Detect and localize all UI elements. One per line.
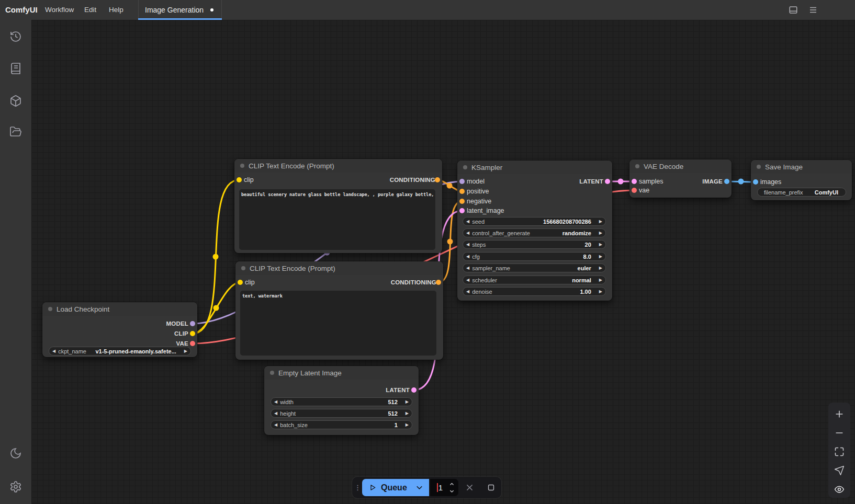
node-header[interactable]: Save Image xyxy=(751,160,852,174)
hamburger-menu-icon[interactable] xyxy=(808,5,818,15)
prev-arrow-icon[interactable]: ◀ xyxy=(466,240,469,249)
drag-handle-icon[interactable]: ⋮ xyxy=(354,485,357,490)
widget-batch-size[interactable]: ◀ batch_size 1 ▶ xyxy=(271,420,412,429)
output-dot-latent[interactable] xyxy=(411,387,417,393)
prompt-textarea[interactable]: beautiful scenery nature glass bottle la… xyxy=(239,189,435,250)
tab-image-generation[interactable]: Image Generation xyxy=(138,0,222,20)
next-arrow-icon[interactable]: ▶ xyxy=(599,217,602,226)
widget-cfg[interactable]: ◀ cfg 8.0 ▶ xyxy=(463,252,606,261)
prev-arrow-icon[interactable]: ◀ xyxy=(274,420,277,429)
next-arrow-icon[interactable]: ▶ xyxy=(599,287,602,296)
menu-workflow[interactable]: Workflow xyxy=(45,0,74,20)
node-header[interactable]: Load Checkpoint xyxy=(42,302,197,316)
prev-arrow-icon[interactable]: ◀ xyxy=(466,252,469,261)
prev-arrow-icon[interactable]: ◀ xyxy=(466,287,469,296)
input-dot-vae[interactable] xyxy=(632,188,637,193)
stepper-up-icon[interactable] xyxy=(448,480,455,487)
batch-count-stepper[interactable]: 1 xyxy=(430,479,458,496)
output-dot-vae[interactable] xyxy=(190,341,195,346)
menu-edit[interactable]: Edit xyxy=(84,0,96,20)
input-dot-clip[interactable] xyxy=(238,280,243,285)
widget-width[interactable]: ◀ width 512 ▶ xyxy=(271,397,412,406)
widget-seed[interactable]: ◀ seed 156680208700286 ▶ xyxy=(463,217,606,226)
fit-view-icon[interactable] xyxy=(834,446,845,457)
next-arrow-icon[interactable]: ▶ xyxy=(599,228,602,237)
node-empty-latent-image[interactable]: Empty Latent Image LATENT ◀ width 512 ▶ … xyxy=(264,366,419,435)
prev-arrow-icon[interactable]: ◀ xyxy=(466,276,469,284)
next-arrow-icon[interactable]: ▶ xyxy=(406,409,409,418)
input-dot-images[interactable] xyxy=(753,179,758,185)
node-ksampler[interactable]: KSampler model LATENT positive negative … xyxy=(457,161,612,301)
widget-scheduler[interactable]: ◀ scheduler normal ▶ xyxy=(463,276,606,284)
graph-canvas[interactable] xyxy=(31,20,855,504)
queue-dropdown-chevron-icon[interactable] xyxy=(415,483,424,492)
clear-queue-x-icon[interactable] xyxy=(465,483,474,492)
prev-arrow-icon[interactable]: ◀ xyxy=(466,264,469,272)
widget-control-after-generate[interactable]: ◀ control_after_generate randomize ▶ xyxy=(463,228,606,237)
prev-arrow-icon[interactable]: ◀ xyxy=(274,397,277,406)
node-save-image[interactable]: Save Image images filename_prefix ComfyU… xyxy=(751,160,852,200)
node-header[interactable]: VAE Decode xyxy=(629,159,732,173)
widget-denoise[interactable]: ◀ denoise 1.00 ▶ xyxy=(463,287,606,296)
node-vae-decode[interactable]: VAE Decode samples IMAGE vae xyxy=(629,159,732,198)
node-library-icon[interactable] xyxy=(9,95,22,107)
next-arrow-icon[interactable]: ▶ xyxy=(406,420,409,429)
queue-list-icon[interactable] xyxy=(9,62,22,75)
next-arrow-icon[interactable]: ▶ xyxy=(599,252,602,261)
collapse-dot[interactable] xyxy=(270,371,274,375)
input-dot-negative[interactable] xyxy=(459,199,465,204)
collapse-dot[interactable] xyxy=(240,164,244,168)
node-load-checkpoint[interactable]: Load Checkpoint MODEL CLIP VAE ◀ ckpt_na… xyxy=(42,302,197,357)
stop-square-icon[interactable] xyxy=(487,483,496,492)
settings-gear-icon[interactable] xyxy=(9,480,22,493)
next-arrow-icon[interactable]: ▶ xyxy=(599,240,602,249)
queue-button[interactable]: Queue xyxy=(362,479,429,496)
widget-height[interactable]: ◀ height 512 ▶ xyxy=(271,409,412,418)
widget-steps[interactable]: ◀ steps 20 ▶ xyxy=(463,240,606,249)
output-dot-latent[interactable] xyxy=(605,179,610,184)
next-arrow-icon[interactable]: ▶ xyxy=(599,276,602,284)
output-dot-clip[interactable] xyxy=(190,331,195,336)
input-dot-clip[interactable] xyxy=(237,177,242,182)
output-dot-conditioning[interactable] xyxy=(435,177,440,182)
zoom-out-icon[interactable] xyxy=(834,428,845,438)
prev-arrow-icon[interactable]: ◀ xyxy=(274,409,277,418)
next-arrow-icon[interactable]: ▶ xyxy=(406,397,409,406)
prev-arrow-icon[interactable]: ◀ xyxy=(466,217,469,226)
output-dot-image[interactable] xyxy=(724,179,729,184)
zoom-in-icon[interactable] xyxy=(834,409,845,419)
widget-ckpt-name[interactable]: ◀ ckpt_name v1-5-pruned-emaonly.safete..… xyxy=(49,347,191,356)
collapse-dot[interactable] xyxy=(635,164,639,168)
node-clip-encode-positive[interactable]: CLIP Text Encode (Prompt) clip CONDITION… xyxy=(234,159,442,253)
node-clip-encode-negative[interactable]: CLIP Text Encode (Prompt) clip CONDITION… xyxy=(235,261,443,360)
output-dot-conditioning[interactable] xyxy=(436,280,441,285)
collapse-dot[interactable] xyxy=(241,266,245,270)
prev-arrow-icon[interactable]: ◀ xyxy=(52,347,55,356)
panel-bottom-icon[interactable] xyxy=(789,5,798,15)
toggle-links-eye-icon[interactable] xyxy=(834,484,845,495)
next-arrow-icon[interactable]: ▶ xyxy=(599,264,602,272)
input-dot-positive[interactable] xyxy=(459,189,465,194)
node-header[interactable]: CLIP Text Encode (Prompt) xyxy=(234,159,442,173)
collapse-dot[interactable] xyxy=(757,165,761,169)
input-dot-model[interactable] xyxy=(459,179,465,184)
stepper-down-icon[interactable] xyxy=(448,488,455,495)
collapse-dot[interactable] xyxy=(48,307,52,311)
select-mode-icon[interactable] xyxy=(834,465,845,476)
node-header[interactable]: KSampler xyxy=(457,161,612,174)
workflows-folder-icon[interactable] xyxy=(9,125,22,138)
prev-arrow-icon[interactable]: ◀ xyxy=(466,228,469,237)
collapse-dot[interactable] xyxy=(463,165,467,169)
input-dot-latent-image[interactable] xyxy=(459,208,465,213)
prompt-textarea[interactable]: text, watermark xyxy=(240,291,436,356)
history-icon[interactable] xyxy=(9,30,22,43)
widget-filename-prefix[interactable]: filename_prefix ComfyUI xyxy=(757,188,846,197)
theme-moon-icon[interactable] xyxy=(9,447,22,460)
node-header[interactable]: CLIP Text Encode (Prompt) xyxy=(235,261,443,275)
widget-sampler-name[interactable]: ◀ sampler_name euler ▶ xyxy=(463,264,606,272)
input-dot-samples[interactable] xyxy=(632,179,637,184)
menu-help[interactable]: Help xyxy=(109,0,123,20)
node-header[interactable]: Empty Latent Image xyxy=(264,366,419,380)
next-arrow-icon[interactable]: ▶ xyxy=(184,347,187,356)
output-dot-model[interactable] xyxy=(190,321,195,326)
